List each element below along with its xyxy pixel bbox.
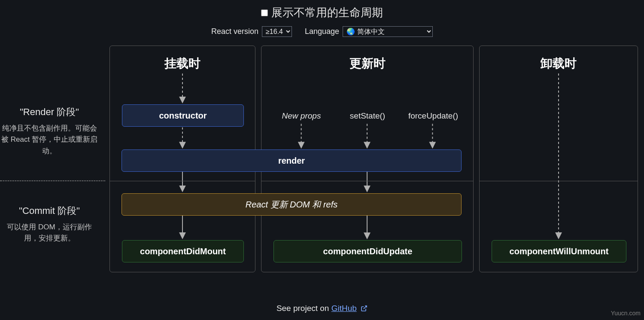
phase-render-desc: 纯净且不包含副作用。可能会被 React 暂停，中止或重新启动。 (0, 123, 99, 157)
box-constructor[interactable]: constructor (122, 104, 244, 127)
phase-render: "Render 阶段" 纯净且不包含副作用。可能会被 React 暂停，中止或重… (0, 106, 99, 157)
column-updating-divider (261, 181, 473, 181)
language-label: Language (305, 27, 339, 36)
column-updating-title: 更新时 (261, 55, 473, 72)
column-unmounting-title: 卸载时 (480, 55, 638, 72)
phase-render-title: "Render 阶段" (0, 106, 99, 119)
phase-commit-desc: 可以使用 DOM，运行副作用，安排更新。 (0, 222, 99, 244)
svg-line-10 (364, 306, 367, 309)
phase-commit-title: "Commit 阶段" (0, 204, 99, 217)
box-component-did-update[interactable]: componentDidUpdate (273, 240, 462, 262)
trigger-force-update: forceUpdate() (403, 111, 463, 121)
lifecycle-diagram: "Render 阶段" 纯净且不包含副作用。可能会被 React 暂停，中止或重… (0, 46, 644, 286)
show-uncommon-text: 展示不常用的生命周期 (271, 5, 383, 20)
box-component-will-unmount[interactable]: componentWillUnmount (492, 240, 626, 262)
github-link[interactable]: GitHub (331, 304, 357, 313)
trigger-new-props: New props (271, 111, 331, 121)
show-uncommon-checkbox[interactable] (261, 9, 268, 16)
box-react-updates-dom: React 更新 DOM 和 refs (122, 193, 462, 216)
react-version-label: React version (211, 27, 258, 36)
column-mounting-title: 挂载时 (110, 55, 255, 72)
phase-divider (0, 180, 105, 181)
react-version-select[interactable]: ≥16.4 (262, 26, 292, 37)
trigger-set-state: setState() (337, 111, 398, 121)
footer-prefix: See project on (276, 304, 331, 313)
phase-commit: "Commit 阶段" 可以使用 DOM，运行副作用，安排更新。 (0, 204, 99, 244)
box-component-did-mount[interactable]: componentDidMount (122, 240, 244, 262)
column-mounting-divider (110, 181, 255, 181)
watermark: Yuucn.com (611, 310, 641, 317)
column-unmounting-divider (480, 181, 638, 181)
box-render[interactable]: render (122, 149, 462, 172)
external-link-icon (361, 305, 368, 314)
show-uncommon-checkbox-label[interactable]: 展示不常用的生命周期 (0, 5, 644, 20)
column-unmounting: 卸载时 componentWillUnmount (479, 46, 638, 272)
language-select[interactable]: 🌏 简体中文 (343, 26, 433, 37)
footer: See project on GitHub (0, 304, 644, 314)
